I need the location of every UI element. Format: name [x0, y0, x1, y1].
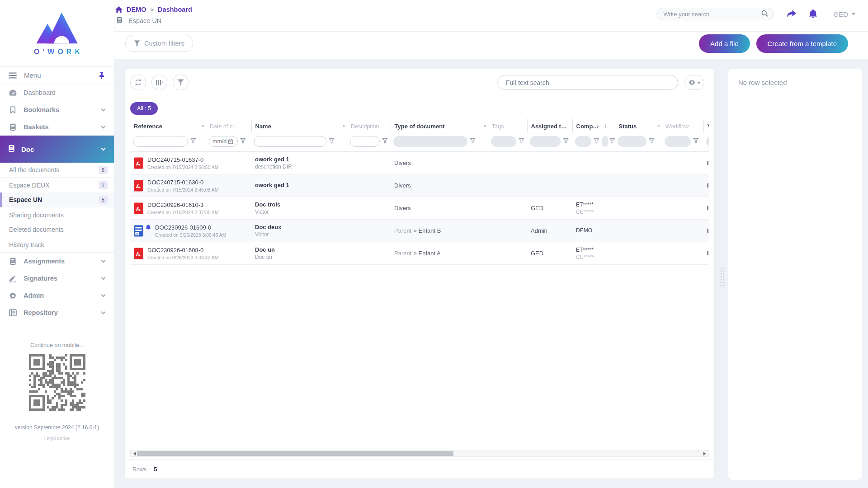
app-logo: O'WORK [0, 0, 114, 66]
name-cell: Doc unDoc un [251, 242, 347, 265]
sidebar-item-repository[interactable]: Repository [0, 304, 114, 321]
sort-arrow-icon: ▶ [343, 124, 346, 128]
sidebar-item-deleted-documents[interactable]: Deleted documents [0, 222, 114, 237]
column-header-y[interactable]: Y… [703, 119, 709, 133]
sidebar-item-espace-deux[interactable]: Espace DEUX 1 [0, 178, 114, 192]
filter-funnel-icon[interactable] [693, 137, 699, 145]
filter-funnel-icon[interactable] [190, 137, 196, 145]
scrollbar-thumb[interactable] [137, 451, 453, 456]
status-cell [615, 220, 662, 242]
sidebar-item-label: Admin [24, 292, 44, 299]
cutoff-cell: I [703, 242, 709, 265]
table-settings-button[interactable] [684, 75, 704, 90]
chevron-down-icon [101, 124, 106, 128]
breadcrumb-current[interactable]: Dashboard [158, 6, 192, 13]
table-row[interactable]: DOC240715-01637-0Created on 7/15/2024 2:… [130, 152, 709, 174]
table-row[interactable]: w DOC230926-01609-0Created on 9/26/2023 … [130, 220, 709, 242]
filter-funnel-icon[interactable] [594, 137, 599, 145]
column-header-i[interactable]: I… [601, 119, 615, 133]
filter-funnel-icon[interactable] [649, 137, 655, 145]
rows-count: 5 [154, 466, 157, 473]
search-icon[interactable] [761, 10, 768, 19]
sidebar-item-admin[interactable]: Admin [0, 287, 114, 304]
submenu-label: History track [9, 241, 44, 249]
sidebar-item-baskets[interactable]: Baskets [0, 118, 114, 136]
sort-arrow-icon: ▶ [597, 124, 600, 128]
panel-resize-handle[interactable] [720, 267, 725, 286]
filter-input-description[interactable] [350, 136, 379, 146]
column-header-description[interactable]: Description [347, 119, 391, 133]
filter-date-input[interactable]: mm/d [209, 136, 238, 147]
menu-toggle[interactable]: Menu [0, 66, 114, 84]
cutoff-cell: I [703, 152, 709, 174]
company-cell [572, 152, 601, 174]
pin-sidebar-icon[interactable] [99, 72, 105, 79]
table-row[interactable]: DOC240715-01630-0Created on 7/15/2024 2:… [130, 174, 709, 197]
refresh-button[interactable] [130, 75, 146, 90]
breadcrumb-root[interactable]: DEMO [127, 6, 146, 13]
filter-funnel-icon[interactable] [519, 137, 524, 145]
workflow-cell [662, 220, 703, 242]
tags-cell [488, 220, 527, 242]
sidebar-item-doc[interactable]: Doc [0, 136, 114, 163]
column-header-reference[interactable]: Reference▶ [130, 119, 206, 133]
home-icon[interactable] [115, 6, 123, 13]
columns-button[interactable] [151, 75, 167, 90]
table-row[interactable]: DOC230926-01608-0Created on 9/26/2023 3:… [130, 242, 709, 265]
sidebar-item-bookmarks[interactable]: Bookmarks [0, 101, 114, 118]
sidebar-item-label: Baskets [24, 123, 49, 131]
filter-input-name[interactable] [255, 136, 326, 146]
column-header-status[interactable]: Status▶ [615, 119, 662, 133]
scroll-left-arrow[interactable] [132, 452, 136, 455]
word-file-icon: w [134, 225, 143, 237]
book-icon [8, 123, 17, 131]
sidebar-item-espace-un[interactable]: Espace UN 5 [0, 192, 114, 207]
column-header-assigned[interactable]: Assigned t… [527, 119, 572, 133]
user-menu[interactable]: GED [833, 10, 855, 18]
table-row[interactable]: DOC230926-01610-3Created on 7/15/2024 2:… [130, 197, 709, 220]
column-header-name[interactable]: Name▶ [251, 119, 347, 133]
notifications-bell-icon[interactable] [809, 9, 817, 19]
all-filter-pill[interactable]: All : 5 [130, 102, 158, 115]
tags-cell [488, 197, 527, 220]
detail-panel: No row selected [728, 69, 862, 480]
add-file-button[interactable]: Add a file [699, 34, 750, 53]
horizontal-scrollbar[interactable] [130, 450, 709, 457]
column-header-comp[interactable]: Comp…▶ [572, 119, 601, 133]
filter-input-reference[interactable] [133, 136, 188, 146]
gear-icon [689, 79, 695, 86]
name-cell: Doc troisVictor [251, 197, 347, 220]
sidebar-item-assignments[interactable]: Assignments [0, 253, 114, 270]
filter-funnel-icon[interactable] [382, 137, 388, 145]
filter-funnel-icon[interactable] [240, 137, 246, 145]
sidebar-item-signatures[interactable]: Signatures [0, 270, 114, 287]
scroll-right-arrow[interactable] [703, 452, 708, 455]
document-created: Created on 7/15/2024 2:37:30 AM [147, 210, 219, 215]
filter-funnel-icon[interactable] [563, 137, 569, 145]
legal-notice-link[interactable]: Legal notice [0, 436, 114, 441]
global-search-input[interactable] [663, 11, 758, 18]
sidebar-item-dashboard[interactable]: Dashboard [0, 84, 114, 101]
filter-funnel-icon[interactable] [329, 137, 335, 145]
dashboard-gauge-icon [8, 89, 17, 97]
assigned-cell [527, 174, 572, 197]
column-header-type[interactable]: Type of document▶ [391, 119, 488, 133]
sidebar-item-label: Assignments [24, 258, 65, 265]
count-badge: 1 [99, 181, 108, 189]
fulltext-search-input[interactable] [497, 75, 678, 90]
filter-funnel-icon[interactable] [470, 137, 476, 145]
gear-icon [8, 292, 17, 300]
custom-filters-button[interactable]: Custom filters [125, 35, 193, 52]
filter-button[interactable] [173, 75, 189, 90]
document-reference: DOC230926-01609-0 [155, 224, 226, 231]
sidebar-item-history-track[interactable]: History track [0, 237, 114, 252]
sidebar-item-sharing-documents[interactable]: Sharing documents [0, 207, 114, 222]
column-header-date[interactable]: Date of cr… [206, 119, 251, 133]
column-header-workflow[interactable]: Workflow [662, 119, 703, 133]
filter-funnel-icon[interactable] [609, 137, 615, 145]
create-from-template-button[interactable]: Create from a template [756, 34, 848, 53]
share-forward-icon[interactable] [786, 10, 797, 18]
column-header-tags[interactable]: Tags [488, 119, 527, 133]
sidebar-item-all-documents[interactable]: All the documents 6 [0, 163, 114, 178]
app-root: O'WORK Menu Dashboard Bookmarks [0, 0, 868, 488]
